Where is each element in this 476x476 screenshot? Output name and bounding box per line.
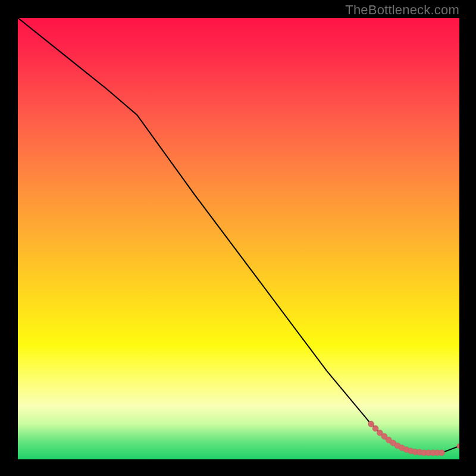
plot-area	[18, 18, 459, 459]
watermark-text: TheBottleneck.com	[345, 2, 459, 18]
chart-stage: TheBottleneck.com	[0, 0, 476, 476]
